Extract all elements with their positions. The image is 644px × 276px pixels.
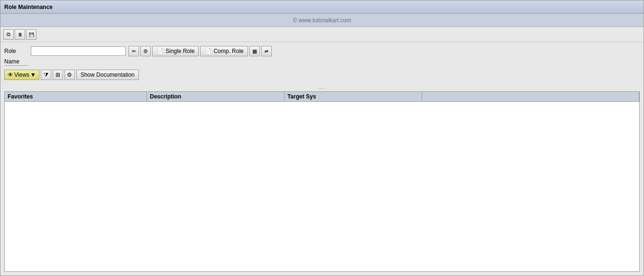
col-header-description: Description bbox=[147, 92, 285, 101]
role-row: Role ✏ ⚙ 📄 Single Role 📄 Comp. Role ▦ ⇄ bbox=[4, 46, 640, 56]
role-label: Role bbox=[4, 48, 28, 54]
actions-bar: 👁 Views ▼ ⧩ ⊞ ⚙ Show Documentation bbox=[4, 70, 640, 80]
save-button[interactable]: 💾 bbox=[26, 29, 37, 40]
copy-button[interactable]: ⧉ bbox=[3, 29, 14, 40]
views-arrow-icon: ▼ bbox=[30, 71, 36, 78]
name-row: Name bbox=[4, 58, 640, 66]
expand-icon: ⊞ bbox=[55, 71, 60, 78]
filter-button[interactable]: ⧩ bbox=[41, 70, 51, 80]
show-documentation-button[interactable]: Show Documentation bbox=[76, 70, 139, 80]
watermark-bar: © www.tutorialkart.com bbox=[0, 14, 644, 27]
col-header-favorites: Favorites bbox=[5, 92, 147, 101]
role-input[interactable] bbox=[31, 46, 126, 56]
grid-button-1[interactable]: ▦ bbox=[249, 46, 260, 56]
doc-icon-comp: 📄 bbox=[204, 48, 212, 54]
views-button[interactable]: 👁 Views ▼ bbox=[4, 70, 39, 80]
role-buttons: ✏ ⚙ 📄 Single Role 📄 Comp. Role ▦ ⇄ bbox=[129, 46, 272, 56]
settings-action-button[interactable]: ⚙ bbox=[64, 70, 75, 80]
gear-button[interactable]: ⚙ bbox=[140, 46, 151, 56]
views-label: Views bbox=[14, 71, 29, 78]
expand-button[interactable]: ⊞ bbox=[53, 70, 63, 80]
settings-icon: ⚙ bbox=[67, 71, 72, 78]
doc-icon-single: 📄 bbox=[156, 48, 164, 54]
delete-button[interactable]: 🗑 bbox=[15, 29, 25, 40]
main-window: Role Maintenance © www.tutorialkart.com … bbox=[0, 0, 644, 276]
window-title: Role Maintenance bbox=[4, 4, 53, 10]
col-header-target-sys: Target Sys bbox=[285, 92, 422, 101]
edit-button[interactable]: ✏ bbox=[129, 46, 139, 56]
col-header-extra bbox=[422, 92, 639, 101]
content-area: Role ✏ ⚙ 📄 Single Role 📄 Comp. Role ▦ ⇄ … bbox=[0, 42, 644, 276]
dots-separator: ..... bbox=[4, 83, 640, 91]
single-role-label: Single Role bbox=[166, 48, 194, 54]
table-body bbox=[5, 102, 639, 271]
table-header: Favorites Description Target Sys bbox=[5, 92, 639, 102]
views-icon: 👁 bbox=[8, 71, 13, 78]
main-table: Favorites Description Target Sys bbox=[4, 91, 640, 272]
comp-role-label: Comp. Role bbox=[213, 48, 243, 54]
show-doc-label: Show Documentation bbox=[81, 71, 135, 78]
title-bar: Role Maintenance bbox=[0, 0, 644, 14]
comp-role-button[interactable]: 📄 Comp. Role bbox=[200, 46, 248, 56]
watermark-text: © www.tutorialkart.com bbox=[293, 17, 351, 24]
dots-text: ..... bbox=[318, 84, 326, 90]
grid-button-2[interactable]: ⇄ bbox=[261, 46, 272, 56]
toolbar: ⧉ 🗑 💾 bbox=[0, 27, 644, 42]
name-label: Name bbox=[4, 58, 28, 66]
filter-icon: ⧩ bbox=[44, 71, 48, 78]
single-role-button[interactable]: 📄 Single Role bbox=[152, 46, 199, 56]
